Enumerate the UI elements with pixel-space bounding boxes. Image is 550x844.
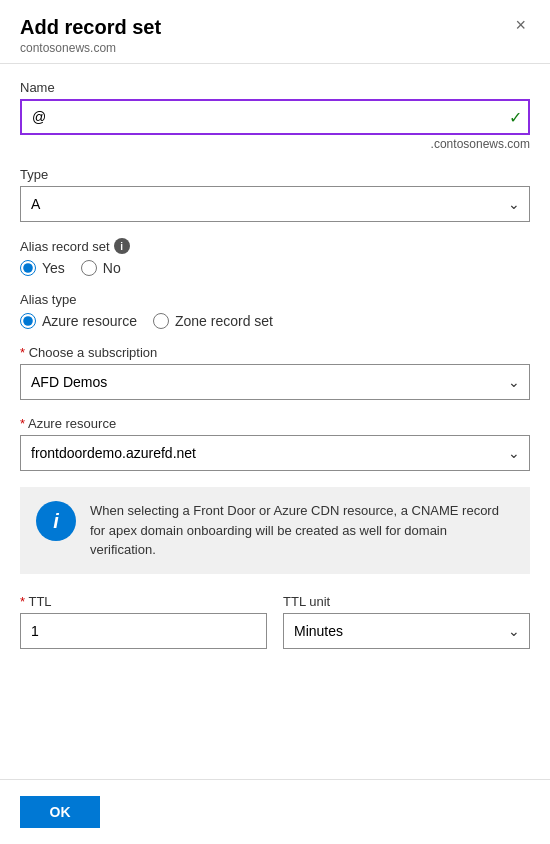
azure-resource-group: Azure resource frontdoordemo.azurefd.net… [20,416,530,471]
info-text: When selecting a Front Door or Azure CDN… [90,501,514,560]
ttl-row: TTL TTL unit Minutes Seconds Hours Days … [20,594,530,649]
dialog-header: Add record set contosonews.com × [0,0,550,64]
alias-type-group: Alias type Azure resource Zone record se… [20,292,530,329]
ttl-group: TTL [20,594,267,649]
name-check-icon: ✓ [509,108,522,127]
alias-yes-label: Yes [42,260,65,276]
alias-yes-radio[interactable] [20,260,36,276]
alias-type-label: Alias type [20,292,530,307]
subscription-group: Choose a subscription AFD Demos ⌄ [20,345,530,400]
ttl-unit-select[interactable]: Minutes Seconds Hours Days [283,613,530,649]
ttl-label: TTL [20,594,267,609]
alias-zone-radio[interactable] [153,313,169,329]
close-button[interactable]: × [511,16,530,34]
info-box: i When selecting a Front Door or Azure C… [20,487,530,574]
alias-record-group: Alias record set i Yes No [20,238,530,276]
alias-no-option[interactable]: No [81,260,121,276]
name-input-wrapper: ✓ [20,99,530,135]
name-suffix: .contosonews.com [20,137,530,151]
alias-azure-label: Azure resource [42,313,137,329]
ttl-unit-label: TTL unit [283,594,530,609]
alias-type-radio-group: Azure resource Zone record set [20,313,530,329]
dialog-title: Add record set [20,16,161,39]
add-record-set-dialog: Add record set contosonews.com × Name ✓ … [0,0,550,844]
subscription-label: Choose a subscription [20,345,530,360]
alias-label-row: Alias record set i [20,238,530,254]
type-label: Type [20,167,530,182]
dialog-body: Name ✓ .contosonews.com Type A AAAA CNAM… [0,64,550,779]
subscription-select[interactable]: AFD Demos [20,364,530,400]
ok-button[interactable]: OK [20,796,100,828]
alias-no-label: No [103,260,121,276]
dialog-subtitle: contosonews.com [20,41,161,55]
ttl-unit-select-wrapper: Minutes Seconds Hours Days ⌄ [283,613,530,649]
alias-no-radio[interactable] [81,260,97,276]
dialog-footer: OK [0,779,550,844]
alias-azure-radio[interactable] [20,313,36,329]
subscription-select-wrapper: AFD Demos ⌄ [20,364,530,400]
name-label: Name [20,80,530,95]
type-select[interactable]: A AAAA CNAME MX NS PTR SOA SRV TXT CAA [20,186,530,222]
name-group: Name ✓ .contosonews.com [20,80,530,151]
info-circle-icon: i [36,501,76,541]
alias-zone-label: Zone record set [175,313,273,329]
type-select-wrapper: A AAAA CNAME MX NS PTR SOA SRV TXT CAA ⌄ [20,186,530,222]
alias-zone-option[interactable]: Zone record set [153,313,273,329]
azure-resource-label: Azure resource [20,416,530,431]
type-group: Type A AAAA CNAME MX NS PTR SOA SRV TXT … [20,167,530,222]
alias-info-icon[interactable]: i [114,238,130,254]
ttl-unit-group: TTL unit Minutes Seconds Hours Days ⌄ [283,594,530,649]
name-input[interactable] [20,99,530,135]
alias-record-radio-group: Yes No [20,260,530,276]
ttl-input[interactable] [20,613,267,649]
alias-record-label: Alias record set [20,239,110,254]
azure-resource-select[interactable]: frontdoordemo.azurefd.net [20,435,530,471]
alias-azure-option[interactable]: Azure resource [20,313,137,329]
azure-resource-select-wrapper: frontdoordemo.azurefd.net ⌄ [20,435,530,471]
header-text: Add record set contosonews.com [20,16,161,55]
alias-yes-option[interactable]: Yes [20,260,65,276]
